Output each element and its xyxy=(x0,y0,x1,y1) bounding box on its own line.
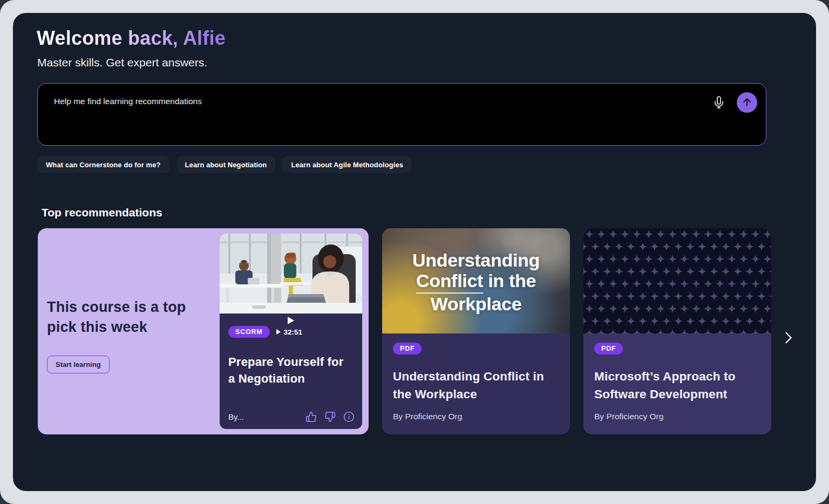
card-title: Understanding Conflict in the Workplace xyxy=(393,368,559,403)
suggestion-chip-cornerstone[interactable]: What can Cornerstone do for me? xyxy=(37,156,169,173)
overlay-line: Conflict in the xyxy=(416,270,536,294)
recommendations-carousel: This course is a top pick this week Star… xyxy=(38,228,771,434)
recommendation-card-microsoft[interactable]: PDF Microsoft’s Approach to Software Dev… xyxy=(583,228,771,434)
card-title: Microsoft’s Approach to Software Develop… xyxy=(594,368,760,403)
overlay-line: Understanding xyxy=(412,250,540,270)
info-button[interactable] xyxy=(343,411,355,423)
microphone-button[interactable] xyxy=(712,96,726,110)
suggestion-chips: What can Cornerstone do for me? Learn ab… xyxy=(37,156,412,173)
card-body: PDF Understanding Conflict in the Workpl… xyxy=(382,333,570,434)
play-glyph-icon xyxy=(276,328,281,336)
card-byline: By Proficiency Org xyxy=(393,412,462,421)
start-learning-button[interactable]: Start learning xyxy=(47,356,110,373)
suggestion-chip-negotiation[interactable]: Learn about Negotiation xyxy=(176,156,276,173)
page-background: Welcome back, Alfie Master skills. Get e… xyxy=(0,0,829,504)
course-footer: By... xyxy=(228,411,355,423)
duration-text: 32:51 xyxy=(284,328,303,336)
course-meta: SCORM 32:51 xyxy=(228,326,362,338)
card-cover-pattern xyxy=(583,228,771,333)
greeting-heading: Welcome back, Alfie xyxy=(37,27,226,50)
card-byline: By Proficiency Org xyxy=(594,412,663,421)
featured-recommendation-card[interactable]: This course is a top pick this week Star… xyxy=(38,228,369,434)
pdf-badge: PDF xyxy=(393,343,422,355)
thumbs-down-button[interactable] xyxy=(324,411,336,423)
card-body: PDF Microsoft’s Approach to Software Dev… xyxy=(583,333,771,434)
thumbs-up-button[interactable] xyxy=(305,411,317,423)
suggestion-chip-agile[interactable]: Learn about Agile Methodologies xyxy=(282,156,412,173)
prompt-input[interactable] xyxy=(53,96,696,138)
course-thumbnail xyxy=(220,234,362,314)
carousel-next-button[interactable] xyxy=(778,328,798,348)
featured-headline: This course is a top pick this week xyxy=(47,297,212,338)
info-icon xyxy=(343,416,355,424)
arrow-up-icon xyxy=(741,96,753,110)
course-byline: By... xyxy=(228,412,244,421)
cover-overlay-title: Understanding Conflict in the Workplace xyxy=(382,228,570,333)
play-icon xyxy=(220,317,362,324)
ai-prompt-composer[interactable] xyxy=(37,83,766,146)
overlay-line: Workplace xyxy=(431,294,522,314)
greeting-subtitle: Master skills. Get expert answers. xyxy=(37,56,207,69)
scorm-badge: SCORM xyxy=(228,326,270,338)
send-button[interactable] xyxy=(737,92,757,113)
thumbs-up-icon xyxy=(305,416,317,424)
card-cover-image: Understanding Conflict in the Workplace xyxy=(382,228,570,333)
recommendations-heading: Top recommendations xyxy=(42,206,162,219)
pdf-badge: PDF xyxy=(594,343,623,355)
microphone-icon xyxy=(712,103,725,111)
course-title: Prepare Yourself for a Negotiation xyxy=(228,354,354,387)
recommendation-card-conflict[interactable]: Understanding Conflict in the Workplace … xyxy=(382,228,570,434)
course-card[interactable]: SCORM 32:51 Prepare Yourself for a Negot… xyxy=(220,234,362,429)
chevron-right-icon xyxy=(779,340,797,349)
thumbs-down-icon xyxy=(324,416,336,424)
course-duration: 32:51 xyxy=(276,328,303,336)
app-container: Welcome back, Alfie Master skills. Get e… xyxy=(13,13,816,491)
